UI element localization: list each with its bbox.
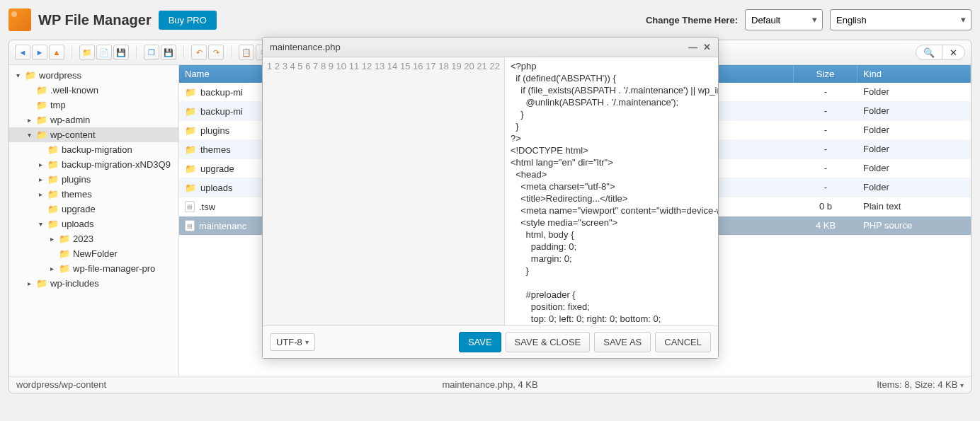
tree-item[interactable]: ▾📁uploads (9, 217, 178, 231)
folder-icon: 📁 (36, 278, 47, 289)
expander-icon[interactable]: ▸ (36, 190, 45, 198)
tree-item[interactable]: ▸📁wp-admin (9, 113, 178, 127)
tree-item[interactable]: 📁NewFolder (9, 246, 178, 261)
editor-dialog: maintenance.php — ✕ 1 2 3 4 5 6 7 8 9 10… (262, 37, 719, 359)
row-kind: Folder (858, 159, 971, 178)
dialog-titlebar[interactable]: maintenance.php — ✕ (263, 38, 718, 57)
row-kind: Folder (858, 121, 971, 139)
theme-label: Change Theme Here: (646, 15, 738, 25)
row-name: upgrade (200, 163, 234, 174)
tree-item[interactable]: ▸📁themes (9, 187, 178, 202)
header: WP File Manager Buy PRO Change Theme Her… (8, 8, 972, 31)
copy-button[interactable]: ❐ (144, 45, 159, 60)
tree-label: backup-migration (62, 144, 132, 155)
encoding-select[interactable]: UTF-8 ▾ (270, 333, 315, 351)
status-file: maintenance.php, 4 KB (442, 379, 537, 390)
tree-label: wp-content (50, 129, 96, 140)
row-kind: Folder (858, 140, 971, 158)
tree-label: wp-includes (50, 278, 99, 289)
save-as-button[interactable]: SAVE AS (594, 332, 651, 352)
row-kind: PHP source (858, 217, 971, 235)
tree-label: backup-migration-xND3Q9 (62, 159, 171, 170)
folder-icon: 📁 (47, 204, 59, 214)
up-button[interactable]: ▲ (49, 45, 64, 60)
expander-icon[interactable]: ▸ (25, 116, 33, 124)
tree-item[interactable]: 📁tmp (9, 98, 178, 113)
row-size: - (794, 121, 858, 139)
folder-icon: 📁 (47, 144, 59, 155)
expander-icon[interactable]: ▾ (13, 71, 22, 79)
redo-button[interactable]: ↷ (208, 45, 224, 60)
upload-button[interactable]: 💾 (113, 45, 129, 60)
row-kind: Plain text (858, 197, 971, 216)
save-close-button[interactable]: SAVE & CLOSE (506, 332, 591, 352)
column-kind[interactable]: Kind (858, 65, 971, 83)
tree-label: wordpress (39, 70, 81, 81)
expander-icon[interactable]: ▸ (36, 161, 45, 168)
statusbar: wordpress/wp-content maintenance.php, 4 … (9, 376, 971, 393)
file-icon: ▤ (185, 220, 195, 231)
tree-item[interactable]: 📁.well-known (9, 83, 178, 98)
new-folder-button[interactable]: 📁 (79, 45, 95, 60)
save-button[interactable]: 💾 (161, 45, 176, 60)
row-kind: Folder (858, 102, 971, 120)
folder-icon: 📁 (36, 129, 47, 140)
tree-label: upgrade (62, 204, 96, 214)
folder-icon: 📁 (47, 219, 59, 229)
language-select[interactable]: English (830, 9, 972, 30)
tree-label: themes (62, 189, 92, 200)
dialog-title: maintenance.php (270, 42, 341, 52)
save-button[interactable]: SAVE (459, 332, 501, 352)
tree-label: uploads (62, 219, 94, 229)
clipboard-copy-button[interactable]: 📋 (239, 45, 254, 60)
row-size: 0 b (794, 197, 858, 216)
back-button[interactable]: ◄ (15, 45, 30, 60)
folder-icon: 📁 (36, 100, 47, 110)
tree-item[interactable]: ▸📁2023 (9, 231, 178, 246)
theme-select[interactable]: Default (745, 9, 823, 30)
tree-item[interactable]: 📁upgrade (9, 202, 178, 217)
undo-button[interactable]: ↶ (191, 45, 207, 60)
folder-icon: 📁 (59, 248, 70, 259)
cancel-button[interactable]: CANCEL (655, 332, 711, 352)
search-button[interactable]: 🔍 (916, 45, 942, 60)
folder-tree[interactable]: ▾📁wordpress📁.well-known📁tmp▸📁wp-admin▾📁w… (9, 65, 179, 376)
dialog-footer: UTF-8 ▾ SAVE SAVE & CLOSE SAVE AS CANCEL (263, 325, 718, 358)
row-size: - (794, 140, 858, 158)
folder-icon: 📁 (185, 144, 196, 155)
expander-icon[interactable]: ▸ (47, 235, 56, 243)
folder-icon: 📁 (185, 105, 196, 117)
expander-icon[interactable]: ▸ (47, 265, 56, 272)
row-size: - (794, 102, 858, 120)
code-content[interactable]: <?php if (defined('ABSPATH')) { if (file… (505, 57, 718, 325)
logo-icon (8, 8, 31, 31)
status-caret-icon[interactable]: ▾ (960, 381, 964, 389)
row-name: plugins (200, 125, 229, 136)
folder-icon: 📁 (36, 115, 47, 125)
tree-item[interactable]: ▾📁wordpress (9, 68, 178, 83)
close-button[interactable]: ✕ (703, 42, 711, 52)
tree-item[interactable]: ▸📁backup-migration-xND3Q9 (9, 157, 178, 172)
expander-icon[interactable]: ▸ (25, 279, 33, 287)
tree-item[interactable]: 📁backup-migration (9, 142, 178, 157)
row-name: backup-mi (200, 87, 243, 98)
code-editor[interactable]: 1 2 3 4 5 6 7 8 9 10 11 12 13 14 15 16 1… (263, 57, 718, 325)
forward-button[interactable]: ► (32, 45, 47, 60)
minimize-button[interactable]: — (688, 42, 697, 52)
expander-icon[interactable]: ▾ (25, 131, 33, 139)
new-file-button[interactable]: 📄 (96, 45, 112, 60)
tree-item[interactable]: ▸📁wp-includes (9, 276, 178, 291)
tree-item[interactable]: ▾📁wp-content (9, 127, 178, 142)
row-size: 4 KB (794, 217, 858, 235)
folder-icon: 📁 (25, 70, 36, 81)
tree-item[interactable]: ▸📁wp-file-manager-pro (9, 261, 178, 276)
tree-label: NewFolder (73, 248, 118, 259)
folder-icon: 📁 (47, 174, 59, 185)
search-clear-button[interactable]: ✕ (942, 45, 965, 60)
expander-icon[interactable]: ▾ (36, 220, 45, 228)
tree-item[interactable]: ▸📁plugins (9, 172, 178, 187)
column-size[interactable]: Size (794, 65, 858, 83)
tree-label: plugins (62, 174, 91, 185)
buy-pro-button[interactable]: Buy PRO (159, 11, 217, 30)
expander-icon[interactable]: ▸ (36, 175, 45, 183)
